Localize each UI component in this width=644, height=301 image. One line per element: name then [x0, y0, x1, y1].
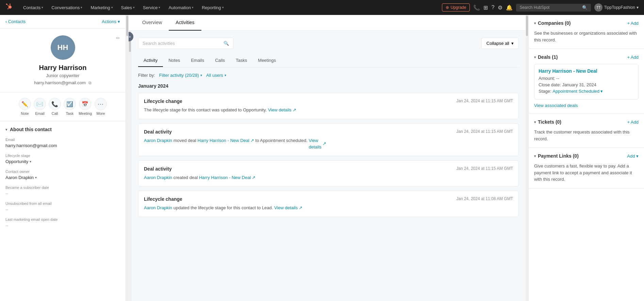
- edit-icon[interactable]: ✏: [116, 35, 120, 41]
- tab-calls[interactable]: Calls: [210, 54, 230, 67]
- global-search-input[interactable]: [519, 5, 580, 10]
- aaron-drapkin-link-2[interactable]: Aaron Drapkin: [144, 174, 172, 181]
- global-search[interactable]: 🔍: [516, 4, 591, 12]
- activity-type-3: Deal activity: [144, 166, 172, 172]
- payment-links-add-button[interactable]: Add ▾: [627, 154, 639, 159]
- search-activities-input[interactable]: [143, 41, 221, 46]
- nav-sales[interactable]: Sales ▾: [118, 3, 138, 12]
- view-associated-deals-link[interactable]: View associated deals: [534, 103, 639, 108]
- right-panel: ▾ Companies (0) + Add See the businesses…: [528, 15, 644, 301]
- deals-add-button[interactable]: + Add: [627, 55, 639, 60]
- deal-link-2[interactable]: Harry Harrison - New Deal ↗: [199, 174, 255, 181]
- chevron-down-icon: ▾: [118, 19, 120, 24]
- activity-card-2-header: Deal activity Jan 24, 2024 at 11:15 AM G…: [144, 129, 513, 135]
- aaron-drapkin-link-3[interactable]: Aaron Drapkin: [144, 205, 172, 211]
- activity-card-4: Lifecycle change Jan 24, 2024 at 11:08 A…: [138, 191, 519, 217]
- tickets-add-button[interactable]: + Add: [627, 120, 639, 125]
- tickets-section-header: ▾ Tickets (0) + Add: [534, 119, 639, 125]
- chevron-down-icon: ▾: [636, 154, 639, 159]
- upgrade-button[interactable]: ⊕ Upgrade: [442, 3, 470, 12]
- chevron-down-icon: ▾: [133, 6, 135, 9]
- nav-items: Contacts ▾ Conversations ▾ Marketing ▾ S…: [20, 3, 442, 12]
- field-email: Email harry.harrison@gmail.com: [5, 138, 120, 148]
- activity-body-3: Aaron Drapkin created deal Harry Harriso…: [144, 174, 513, 181]
- chevron-down-icon: ▾: [42, 6, 43, 9]
- view-details-link-4[interactable]: View details ↗: [274, 205, 302, 211]
- deal-stage-value[interactable]: Appointment Scheduled ▾: [552, 89, 603, 94]
- right-edge-scroll-thumb[interactable]: [526, 16, 528, 36]
- nav-service[interactable]: Service ▾: [139, 3, 164, 12]
- collapse-all-button[interactable]: Collapse all ▾: [481, 38, 519, 49]
- tab-notes[interactable]: Notes: [163, 54, 185, 67]
- payment-links-section-title[interactable]: ▾ Payment Links (0): [534, 153, 579, 159]
- deals-section-title[interactable]: ▾ Deals (1): [534, 54, 558, 60]
- deal-link-1[interactable]: Harry Harrison - New Deal ↗: [198, 137, 254, 144]
- tab-emails[interactable]: Emails: [185, 54, 210, 67]
- user-menu[interactable]: TT TippToppFashion ▾: [594, 3, 639, 12]
- contact-email: harry.harrison@gmail.com: [34, 80, 86, 85]
- filter-activity-button[interactable]: Filter activity (20/28) ▾: [159, 73, 202, 78]
- notifications-icon[interactable]: 🔔: [506, 4, 513, 11]
- owner-dropdown[interactable]: ▾: [35, 176, 37, 179]
- chevron-down-icon: ▾: [600, 89, 603, 94]
- collapse-panel-button[interactable]: «»: [129, 32, 133, 41]
- tab-overview[interactable]: Overview: [135, 15, 169, 31]
- companies-section-title[interactable]: ▾ Companies (0): [534, 20, 571, 26]
- copy-icon[interactable]: ⧉: [88, 81, 92, 85]
- right-edge-scroll-track[interactable]: [526, 15, 528, 301]
- settings-icon[interactable]: ⚙: [498, 4, 502, 11]
- tab-activity[interactable]: Activity: [138, 54, 163, 67]
- view-details-link-2[interactable]: Viewdetails ↗: [309, 137, 326, 150]
- search-activities-container[interactable]: 🔍: [138, 38, 233, 49]
- tickets-section-title[interactable]: ▾ Tickets (0): [534, 119, 561, 125]
- more-button[interactable]: ··· More: [95, 98, 107, 116]
- contact-email-row: harry.harrison@gmail.com ⧉: [34, 80, 92, 85]
- chevron-down-icon: ▾: [511, 41, 514, 46]
- tab-activities[interactable]: Activities: [169, 15, 201, 31]
- center-panel: «» Overview Activities 🔍: [129, 15, 526, 301]
- left-scroll-thumb[interactable]: [126, 16, 128, 36]
- grid-icon[interactable]: ⊞: [483, 4, 488, 11]
- task-button[interactable]: ☑️ Task: [64, 98, 76, 116]
- about-header[interactable]: ▾ About this contact: [5, 127, 120, 132]
- activity-type-4: Lifecycle change: [144, 196, 182, 202]
- activities-content: 🔍 Collapse all ▾ Activity Notes: [131, 31, 526, 228]
- activity-body-1: The lifecycle stage for this contact was…: [144, 107, 513, 113]
- lifecycle-value: Opportunity ▾: [5, 159, 120, 164]
- email-icon: ✉️: [34, 98, 46, 110]
- tab-meetings[interactable]: Meetings: [252, 54, 281, 67]
- activities-toolbar: 🔍 Collapse all ▾: [138, 38, 519, 49]
- companies-add-button[interactable]: + Add: [627, 21, 639, 26]
- aaron-drapkin-link-1[interactable]: Aaron Drapkin: [144, 137, 172, 144]
- center-top-scroll-track[interactable]: [129, 31, 131, 301]
- nav-automation[interactable]: Automation ▾: [165, 3, 197, 12]
- upgrade-icon: ⊕: [446, 5, 449, 10]
- note-button[interactable]: ✏️ Note: [19, 98, 31, 116]
- help-icon[interactable]: ?: [491, 4, 494, 11]
- lifecycle-dropdown[interactable]: ▾: [30, 160, 31, 163]
- activity-type-2: Deal activity: [144, 129, 172, 135]
- external-link-icon: ↗: [252, 174, 255, 181]
- chevron-down-icon: ▾: [534, 154, 536, 158]
- view-details-link-1[interactable]: View details ↗: [268, 107, 296, 113]
- nav-reporting[interactable]: Reporting ▾: [198, 3, 227, 12]
- activity-date-4: Jan 24, 2024 at 11:08 AM GMT: [456, 196, 513, 201]
- deal-name[interactable]: Harry Harrison - New Deal: [539, 68, 634, 74]
- top-nav: Contacts ▾ Conversations ▾ Marketing ▾ S…: [0, 0, 644, 15]
- nav-conversations[interactable]: Conversations ▾: [48, 3, 86, 12]
- nav-marketing[interactable]: Marketing ▾: [87, 3, 116, 12]
- left-panel-header: ‹ Contacts Actions ▾: [0, 15, 126, 29]
- contact-avatar: HH: [51, 35, 75, 60]
- left-scroll-track[interactable]: [126, 15, 129, 301]
- actions-button[interactable]: Actions ▾: [102, 19, 120, 24]
- field-last-email-open: Last marketing email open date --: [5, 217, 120, 228]
- all-users-filter[interactable]: All users ▾: [206, 73, 226, 78]
- call-button[interactable]: 📞 Call: [49, 98, 61, 116]
- tab-tasks[interactable]: Tasks: [230, 54, 252, 67]
- breadcrumb-contacts[interactable]: ‹ Contacts: [5, 19, 26, 24]
- meeting-button[interactable]: 📅 Meeting: [79, 98, 92, 116]
- phone-icon[interactable]: 📞: [473, 4, 480, 11]
- nav-contacts[interactable]: Contacts ▾: [20, 3, 47, 12]
- call-icon: 📞: [49, 98, 61, 110]
- email-button[interactable]: ✉️ Email: [34, 98, 46, 116]
